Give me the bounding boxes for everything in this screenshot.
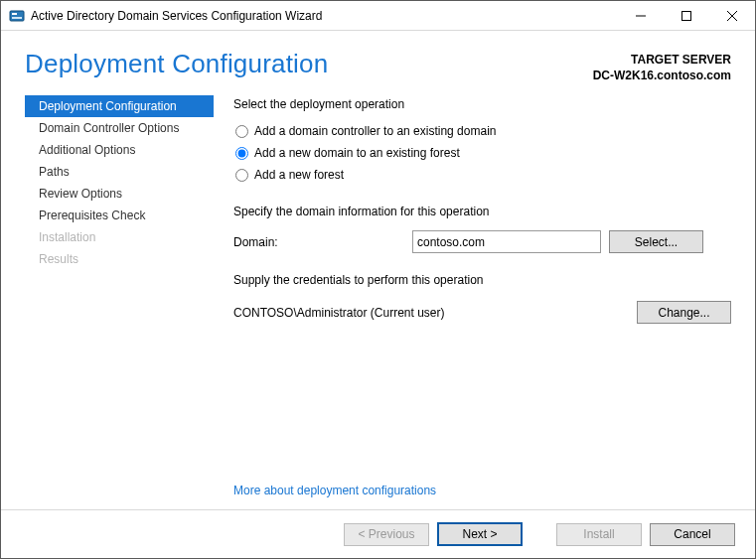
titlebar: Active Directory Domain Services Configu…: [1, 1, 755, 31]
radio-label: Add a domain controller to an existing d…: [254, 124, 496, 138]
window-title: Active Directory Domain Services Configu…: [31, 9, 618, 23]
radio-add-dc-existing-domain[interactable]: Add a domain controller to an existing d…: [233, 121, 731, 141]
credentials-label: Supply the credentials to perform this o…: [233, 273, 731, 287]
svg-rect-1: [12, 13, 17, 15]
svg-rect-4: [682, 11, 691, 20]
close-button[interactable]: [709, 1, 755, 30]
step-results: Results: [25, 248, 214, 270]
minimize-button[interactable]: [618, 1, 664, 30]
cancel-button[interactable]: Cancel: [650, 523, 735, 546]
wizard-window: Active Directory Domain Services Configu…: [0, 0, 756, 559]
app-icon: [9, 8, 25, 24]
previous-button: < Previous: [344, 523, 429, 546]
content-panel: Select the deployment operation Add a do…: [214, 95, 731, 509]
step-paths[interactable]: Paths: [25, 161, 214, 183]
step-domain-controller-options[interactable]: Domain Controller Options: [25, 117, 214, 139]
domain-input[interactable]: [412, 230, 601, 253]
credentials-row: CONTOSO\Administrator (Current user) Cha…: [233, 301, 731, 324]
select-domain-button[interactable]: Select...: [609, 230, 703, 253]
window-controls: [618, 1, 755, 30]
wizard-body: Deployment Configuration Domain Controll…: [1, 91, 755, 509]
page-header: Deployment Configuration TARGET SERVER D…: [1, 31, 755, 91]
page-title: Deployment Configuration: [25, 49, 593, 79]
credentials-value: CONTOSO\Administrator (Current user): [233, 306, 637, 320]
more-about-link[interactable]: More about deployment configurations: [233, 484, 731, 497]
target-server-label: TARGET SERVER: [593, 53, 731, 69]
step-installation: Installation: [25, 226, 214, 248]
domain-field-label: Domain:: [233, 235, 412, 249]
step-review-options[interactable]: Review Options: [25, 183, 214, 205]
target-server-name: DC-W2K16.contoso.com: [593, 69, 731, 84]
install-button: Install: [556, 523, 642, 546]
next-button[interactable]: Next >: [437, 522, 523, 546]
radio-add-domain-existing-forest-input[interactable]: [235, 147, 248, 160]
radio-add-dc-existing-domain-input[interactable]: [235, 125, 248, 138]
step-deployment-configuration[interactable]: Deployment Configuration: [25, 95, 214, 117]
svg-rect-0: [10, 11, 24, 21]
domain-info-label: Specify the domain information for this …: [233, 205, 731, 218]
radio-label: Add a new domain to an existing forest: [254, 146, 460, 160]
target-server-block: TARGET SERVER DC-W2K16.contoso.com: [593, 49, 731, 83]
wizard-footer: < Previous Next > Install Cancel: [1, 510, 755, 558]
change-credentials-button[interactable]: Change...: [637, 301, 731, 324]
svg-rect-2: [12, 17, 22, 19]
steps-sidebar: Deployment Configuration Domain Controll…: [25, 95, 214, 509]
step-prerequisites-check[interactable]: Prerequisites Check: [25, 205, 214, 226]
radio-add-new-forest[interactable]: Add a new forest: [233, 165, 731, 185]
radio-add-domain-existing-forest[interactable]: Add a new domain to an existing forest: [233, 143, 731, 163]
step-additional-options[interactable]: Additional Options: [25, 139, 214, 161]
maximize-button[interactable]: [664, 1, 709, 30]
domain-row: Domain: Select...: [233, 230, 731, 253]
operation-label: Select the deployment operation: [233, 97, 731, 111]
radio-label: Add a new forest: [254, 168, 344, 182]
radio-add-new-forest-input[interactable]: [235, 169, 248, 182]
operation-radiogroup: Add a domain controller to an existing d…: [233, 121, 731, 187]
